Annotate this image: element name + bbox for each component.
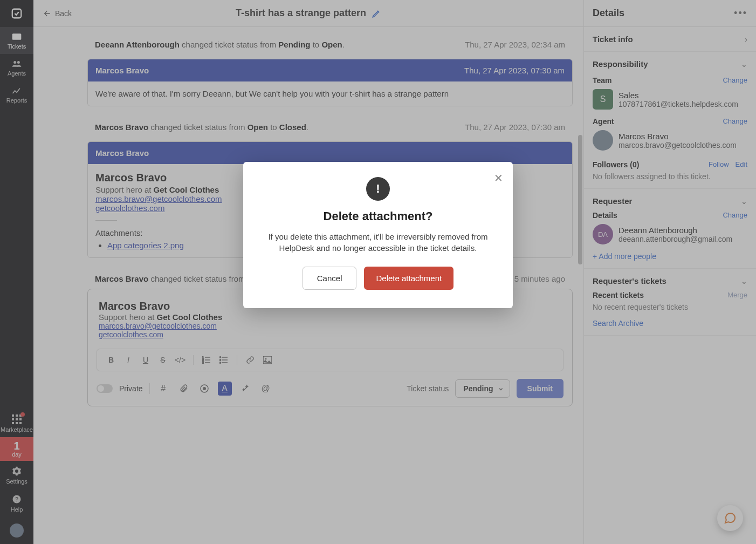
close-icon[interactable]: ✕ <box>494 172 503 185</box>
delete-attachment-modal: ✕ ! Delete attachment? If you delete thi… <box>243 162 513 308</box>
modal-overlay[interactable]: ✕ ! Delete attachment? If you delete thi… <box>0 0 756 544</box>
delete-attachment-button[interactable]: Delete attachment <box>364 267 453 290</box>
warning-icon: ! <box>366 177 390 201</box>
modal-actions: Cancel Delete attachment <box>258 267 498 290</box>
modal-title: Delete attachment? <box>258 209 498 223</box>
modal-body: If you delete this attachment, it'll be … <box>263 231 493 254</box>
cancel-button[interactable]: Cancel <box>303 267 357 290</box>
